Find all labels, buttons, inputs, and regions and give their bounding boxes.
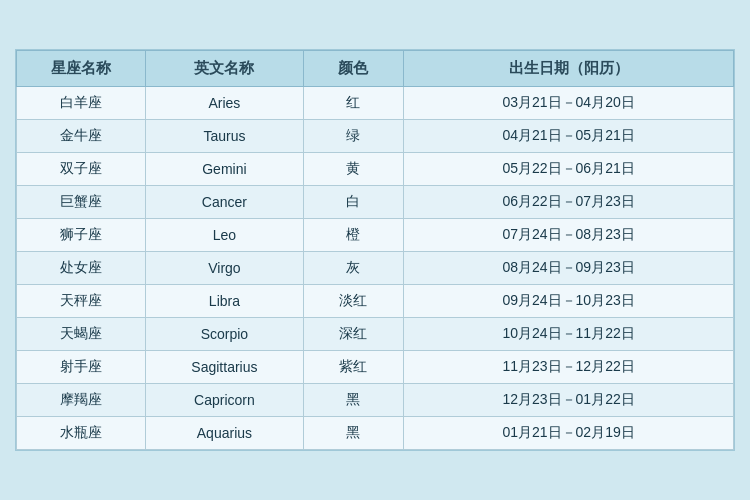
zodiac-table: 星座名称 英文名称 颜色 出生日期（阳历） 白羊座Aries红03月21日－04… bbox=[16, 50, 734, 450]
table-row: 天蝎座Scorpio深红10月24日－11月22日 bbox=[17, 318, 734, 351]
cell-english-name: Capricorn bbox=[146, 384, 304, 417]
cell-english-name: Scorpio bbox=[146, 318, 304, 351]
cell-english-name: Aries bbox=[146, 87, 304, 120]
cell-english-name: Aquarius bbox=[146, 417, 304, 450]
cell-color: 黑 bbox=[303, 384, 403, 417]
table-row: 水瓶座Aquarius黑01月21日－02月19日 bbox=[17, 417, 734, 450]
cell-english-name: Sagittarius bbox=[146, 351, 304, 384]
cell-date: 08月24日－09月23日 bbox=[404, 252, 734, 285]
cell-chinese-name: 狮子座 bbox=[17, 219, 146, 252]
cell-date: 05月22日－06月21日 bbox=[404, 153, 734, 186]
cell-chinese-name: 处女座 bbox=[17, 252, 146, 285]
table-row: 处女座Virgo灰08月24日－09月23日 bbox=[17, 252, 734, 285]
cell-color: 黄 bbox=[303, 153, 403, 186]
cell-date: 12月23日－01月22日 bbox=[404, 384, 734, 417]
table-row: 天秤座Libra淡红09月24日－10月23日 bbox=[17, 285, 734, 318]
cell-color: 紫红 bbox=[303, 351, 403, 384]
cell-english-name: Virgo bbox=[146, 252, 304, 285]
table-row: 金牛座Taurus绿04月21日－05月21日 bbox=[17, 120, 734, 153]
cell-color: 黑 bbox=[303, 417, 403, 450]
header-english-name: 英文名称 bbox=[146, 51, 304, 87]
cell-color: 深红 bbox=[303, 318, 403, 351]
table-row: 狮子座Leo橙07月24日－08月23日 bbox=[17, 219, 734, 252]
cell-english-name: Cancer bbox=[146, 186, 304, 219]
cell-english-name: Leo bbox=[146, 219, 304, 252]
table-row: 巨蟹座Cancer白06月22日－07月23日 bbox=[17, 186, 734, 219]
cell-chinese-name: 白羊座 bbox=[17, 87, 146, 120]
cell-date: 10月24日－11月22日 bbox=[404, 318, 734, 351]
cell-color: 淡红 bbox=[303, 285, 403, 318]
cell-date: 04月21日－05月21日 bbox=[404, 120, 734, 153]
cell-date: 06月22日－07月23日 bbox=[404, 186, 734, 219]
table-row: 射手座Sagittarius紫红11月23日－12月22日 bbox=[17, 351, 734, 384]
header-date: 出生日期（阳历） bbox=[404, 51, 734, 87]
cell-color: 灰 bbox=[303, 252, 403, 285]
cell-date: 03月21日－04月20日 bbox=[404, 87, 734, 120]
cell-color: 红 bbox=[303, 87, 403, 120]
table-header-row: 星座名称 英文名称 颜色 出生日期（阳历） bbox=[17, 51, 734, 87]
cell-english-name: Gemini bbox=[146, 153, 304, 186]
cell-color: 绿 bbox=[303, 120, 403, 153]
zodiac-table-container: 星座名称 英文名称 颜色 出生日期（阳历） 白羊座Aries红03月21日－04… bbox=[15, 49, 735, 451]
header-chinese-name: 星座名称 bbox=[17, 51, 146, 87]
cell-color: 白 bbox=[303, 186, 403, 219]
table-row: 摩羯座Capricorn黑12月23日－01月22日 bbox=[17, 384, 734, 417]
table-row: 白羊座Aries红03月21日－04月20日 bbox=[17, 87, 734, 120]
cell-date: 01月21日－02月19日 bbox=[404, 417, 734, 450]
cell-chinese-name: 摩羯座 bbox=[17, 384, 146, 417]
cell-color: 橙 bbox=[303, 219, 403, 252]
cell-date: 07月24日－08月23日 bbox=[404, 219, 734, 252]
cell-date: 11月23日－12月22日 bbox=[404, 351, 734, 384]
cell-chinese-name: 金牛座 bbox=[17, 120, 146, 153]
cell-chinese-name: 巨蟹座 bbox=[17, 186, 146, 219]
table-row: 双子座Gemini黄05月22日－06月21日 bbox=[17, 153, 734, 186]
cell-chinese-name: 天秤座 bbox=[17, 285, 146, 318]
cell-chinese-name: 水瓶座 bbox=[17, 417, 146, 450]
header-color: 颜色 bbox=[303, 51, 403, 87]
cell-chinese-name: 天蝎座 bbox=[17, 318, 146, 351]
cell-chinese-name: 双子座 bbox=[17, 153, 146, 186]
cell-date: 09月24日－10月23日 bbox=[404, 285, 734, 318]
cell-english-name: Libra bbox=[146, 285, 304, 318]
cell-chinese-name: 射手座 bbox=[17, 351, 146, 384]
table-body: 白羊座Aries红03月21日－04月20日金牛座Taurus绿04月21日－0… bbox=[17, 87, 734, 450]
cell-english-name: Taurus bbox=[146, 120, 304, 153]
